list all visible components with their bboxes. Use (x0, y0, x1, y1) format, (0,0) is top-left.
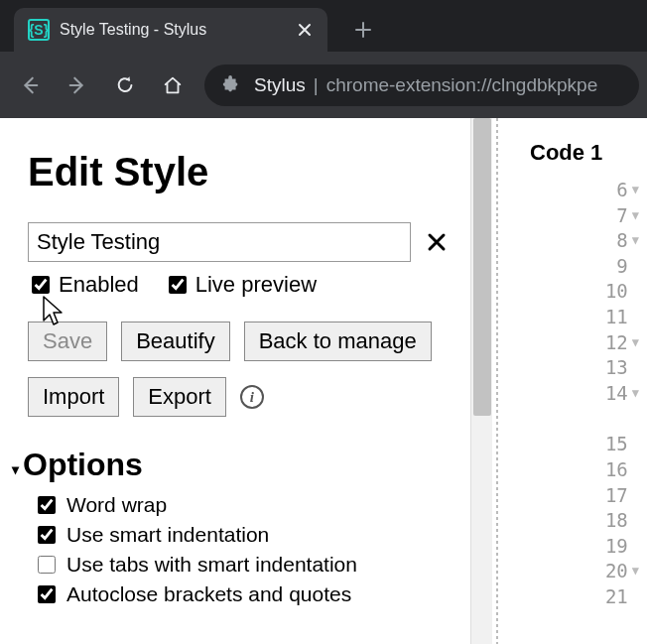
page-title: Edit Style (28, 150, 447, 194)
clear-name-button[interactable] (427, 232, 447, 252)
tab-title: Style Testing - Stylus (60, 21, 296, 39)
option-checkbox-input[interactable] (38, 526, 56, 544)
back-to-manage-button[interactable]: Back to manage (244, 322, 432, 361)
line-number[interactable]: 8▼ (502, 228, 639, 254)
nav-reload-button[interactable] (103, 64, 147, 107)
info-icon[interactable]: i (240, 385, 264, 409)
line-number[interactable]: 17▼ (502, 483, 639, 509)
line-number[interactable]: 9▼ (502, 254, 639, 280)
io-button-row: Import Export i (28, 377, 447, 417)
nav-home-button[interactable] (151, 64, 194, 107)
nav-back-button[interactable] (8, 64, 52, 107)
fold-marker-icon[interactable]: ▼ (632, 330, 639, 356)
style-name-row (28, 222, 447, 262)
live-preview-checkbox-input[interactable] (169, 276, 187, 294)
line-number[interactable]: 16▼ (502, 457, 639, 483)
page-content: Edit Style Enabled Live preview Save Bea… (0, 118, 647, 644)
tab-strip: {S} Style Testing - Stylus (0, 0, 647, 52)
option-label: Autoclose brackets and quotes (66, 582, 351, 606)
option-item[interactable]: Word wrap (34, 493, 447, 517)
line-number[interactable]: 7▼ (502, 203, 639, 229)
option-item[interactable]: Autoclose brackets and quotes (34, 582, 447, 606)
sidebar-scrollbar[interactable] (470, 118, 492, 644)
line-number[interactable]: 20▼ (502, 559, 639, 584)
export-button[interactable]: Export (133, 377, 226, 417)
line-number[interactable]: 13▼ (502, 355, 639, 381)
line-number[interactable]: 12▼ (502, 330, 639, 356)
option-checkbox-input[interactable] (38, 585, 56, 603)
address-path: chrome-extension://clngdbkpkpe (326, 74, 598, 96)
tab-close-button[interactable] (296, 21, 314, 39)
splitter-dots-icon (496, 118, 498, 644)
address-bar[interactable]: Stylus | chrome-extension://clngdbkpkpe (204, 64, 639, 106)
line-number[interactable]: 10▼ (502, 279, 639, 305)
option-label: Use smart indentation (66, 523, 269, 547)
line-number[interactable]: 14▼ (502, 381, 639, 407)
option-label: Word wrap (66, 493, 167, 517)
line-number[interactable]: 6▼ (502, 178, 639, 203)
enabled-checkbox[interactable]: Enabled (28, 272, 139, 298)
editor-sidebar: Edit Style Enabled Live preview Save Bea… (0, 118, 470, 644)
option-item[interactable]: Use tabs with smart indentation (34, 553, 447, 577)
nav-forward-button[interactable] (56, 64, 99, 107)
code-pane: Code 1 6▼7▼8▼9▼10▼11▼12▼13▼14▼15▼16▼17▼1… (502, 118, 647, 644)
enabled-checkbox-input[interactable] (32, 276, 50, 294)
fold-marker-icon[interactable]: ▼ (632, 178, 639, 203)
code-section-title: Code 1 (502, 140, 647, 166)
fold-marker-icon[interactable]: ▼ (632, 559, 639, 584)
scrollbar-thumb[interactable] (473, 118, 491, 416)
flags-row: Enabled Live preview (28, 272, 447, 298)
fold-marker-icon[interactable]: ▼ (632, 228, 639, 254)
line-number[interactable]: 19▼ (502, 534, 639, 560)
option-checkbox-input[interactable] (38, 496, 56, 514)
option-item[interactable]: Use smart indentation (34, 523, 447, 547)
live-preview-label: Live preview (195, 272, 317, 298)
primary-button-row: Save Beautify Back to manage (28, 322, 447, 361)
import-button[interactable]: Import (28, 377, 119, 417)
line-number[interactable]: 18▼ (502, 508, 639, 534)
line-number-gutter[interactable]: 6▼7▼8▼9▼10▼11▼12▼13▼14▼15▼16▼17▼18▼19▼20… (502, 178, 647, 610)
live-preview-checkbox[interactable]: Live preview (165, 272, 317, 298)
fold-marker-icon[interactable]: ▼ (632, 203, 639, 229)
address-separator: | (314, 74, 319, 96)
line-number[interactable]: 21▼ (502, 584, 639, 610)
new-tab-button[interactable] (353, 20, 373, 40)
beautify-button[interactable]: Beautify (121, 322, 230, 361)
stylus-favicon: {S} (28, 19, 50, 41)
splitter[interactable] (492, 118, 502, 644)
fold-marker-icon[interactable]: ▼ (632, 381, 639, 407)
line-number[interactable]: 15▼ (502, 432, 639, 457)
style-name-input[interactable] (28, 222, 411, 262)
browser-tab[interactable]: {S} Style Testing - Stylus (14, 8, 327, 52)
line-number[interactable]: 11▼ (502, 305, 639, 330)
browser-chrome: {S} Style Testing - Stylus Stylus | (0, 0, 647, 118)
browser-toolbar: Stylus | chrome-extension://clngdbkpkpe (0, 52, 647, 118)
option-checkbox-input[interactable] (38, 556, 56, 574)
enabled-label: Enabled (59, 272, 139, 298)
options-list: Word wrapUse smart indentationUse tabs w… (34, 493, 447, 606)
address-prefix: Stylus (254, 74, 306, 96)
extension-icon (220, 74, 242, 96)
save-button[interactable]: Save (28, 322, 107, 361)
options-section-header[interactable]: Options (12, 447, 447, 483)
option-label: Use tabs with smart indentation (66, 553, 357, 577)
